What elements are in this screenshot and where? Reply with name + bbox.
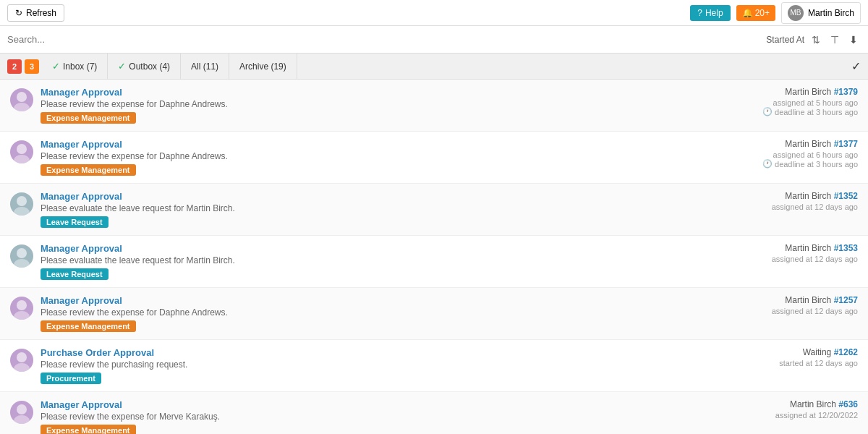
task-title[interactable]: Manager Approval [41,87,692,98]
task-assignee: Martin Birch [785,87,833,97]
svg-point-9 [14,311,30,320]
task-content: Manager Approval Please review the expen… [41,295,692,332]
badge-red[interactable]: 2 [7,59,22,74]
user-menu-button[interactable]: MB Martin Birch [781,2,861,24]
task-meta-top: Martin Birch #1377 [699,139,858,149]
task-assigned: assigned at 12 days ago [699,203,858,211]
task-desc: Please review the expense for Merve Kara… [41,412,692,422]
task-assigned: started at 12 days ago [699,359,858,367]
task-meta: Martin Birch #1257 assigned at 12 days a… [699,295,858,315]
task-item[interactable]: Manager Approval Please evaluate the lea… [0,184,868,236]
user-avatar-top: MB [788,5,804,21]
avatar-image [10,297,33,320]
badge-orange[interactable]: 3 [25,59,39,74]
task-meta: Martin Birch #1377 assigned at 6 hours a… [699,139,858,169]
svg-point-5 [14,207,30,216]
avatar [10,192,33,216]
task-content: Manager Approval Please review the expen… [41,399,692,434]
task-tag: Leave Request [41,268,109,280]
task-assigned: assigned at 5 hours ago [699,98,858,107]
task-content: Purchase Order Approval Please review th… [41,347,692,384]
notification-button[interactable]: 🔔 20+ [736,5,775,21]
avatar-image [10,244,33,268]
tab-inbox[interactable]: ✓ Inbox (7) [42,54,108,80]
task-ref[interactable]: #1377 [834,139,858,149]
task-meta: Martin Birch #636 assigned at 12/20/2022 [699,399,858,420]
refresh-button[interactable]: ↻ Refresh [7,4,64,22]
sort-direction-button[interactable]: ⇅ [809,33,823,47]
task-deadline: 🕐 deadline at 3 hours ago [699,107,858,116]
avatar [10,140,33,163]
task-meta-top: Waiting #1262 [699,347,858,357]
outbox-check-icon: ✓ [118,61,126,72]
deadline-text: deadline at 3 hours ago [775,108,858,116]
task-meta-top: Martin Birch #1257 [699,295,858,305]
task-tag: Expense Management [41,425,136,434]
task-meta-top: Martin Birch #1353 [699,243,858,253]
avatar [10,244,33,268]
search-input[interactable] [7,34,760,45]
download-button[interactable]: ⬇ [846,33,861,47]
tab-archive[interactable]: Archive (19) [229,54,297,80]
deadline-text: deadline at 3 hours ago [775,160,858,169]
task-title[interactable]: Manager Approval [41,191,692,202]
task-item[interactable]: Manager Approval Please review the expen… [0,132,868,184]
task-item[interactable]: Manager Approval Please review the expen… [0,80,868,132]
svg-point-11 [14,363,30,372]
search-bar: Started At ⇅ ⊤ ⬇ [0,26,868,54]
task-ref[interactable]: #1379 [834,87,858,97]
filter-button[interactable]: ⊤ [827,33,842,47]
task-assigned: assigned at 6 hours ago [699,150,858,159]
refresh-label: Refresh [26,8,56,18]
svg-point-4 [17,196,27,206]
task-meta-top: Martin Birch #1352 [699,191,858,201]
task-title[interactable]: Manager Approval [41,139,692,150]
top-right-actions: ? Help 🔔 20+ MB Martin Birch [690,2,861,24]
task-meta-top: Martin Birch #636 [699,399,858,409]
avatar-image [10,88,33,111]
task-item[interactable]: Manager Approval Please evaluate the lea… [0,236,868,288]
task-item[interactable]: Manager Approval Please review the expen… [0,288,868,340]
task-meta: Martin Birch #1379 assigned at 5 hours a… [699,87,858,116]
task-ref[interactable]: #1262 [834,347,858,357]
avatar [10,401,33,424]
tab-all-label: All (11) [191,61,218,72]
svg-point-12 [17,404,27,414]
task-title[interactable]: Manager Approval [41,295,692,306]
select-all-check[interactable]: ✓ [851,59,861,73]
task-item[interactable]: Purchase Order Approval Please review th… [0,340,868,392]
task-deadline: 🕐 deadline at 3 hours ago [699,159,858,169]
task-content: Manager Approval Please evaluate the lea… [41,191,692,228]
svg-point-3 [14,155,30,163]
task-tag: Expense Management [41,164,136,176]
avatar [10,88,33,111]
task-ref[interactable]: #1257 [834,295,858,305]
task-title[interactable]: Manager Approval [41,243,692,254]
inbox-check-icon: ✓ [52,61,60,72]
svg-point-10 [17,352,27,362]
task-ref[interactable]: #1353 [834,243,858,253]
task-ref[interactable]: #1352 [834,191,858,201]
task-item[interactable]: Manager Approval Please review the expen… [0,392,868,434]
avatar-image [10,140,33,163]
svg-point-7 [14,259,30,268]
tab-outbox[interactable]: ✓ Outbox (4) [108,54,181,80]
clock-icon: 🕐 [762,107,773,116]
task-title[interactable]: Purchase Order Approval [41,347,692,358]
tab-inbox-label: Inbox (7) [63,61,97,72]
svg-point-6 [17,248,27,258]
task-tag: Procurement [41,373,101,384]
refresh-icon: ↻ [15,8,22,18]
task-content: Manager Approval Please review the expen… [41,139,692,176]
tab-archive-label: Archive (19) [239,61,286,72]
tab-all[interactable]: All (11) [181,54,229,80]
task-meta: Waiting #1262 started at 12 days ago [699,347,858,367]
task-title[interactable]: Manager Approval [41,399,692,410]
task-tag: Leave Request [41,216,109,228]
help-button[interactable]: ? Help [690,5,730,21]
search-options: Started At ⇅ ⊤ ⬇ [766,33,861,47]
tab-outbox-label: Outbox (4) [129,61,170,72]
task-assignee: Martin Birch [790,399,838,409]
task-ref[interactable]: #636 [838,399,858,409]
avatar [10,297,33,320]
